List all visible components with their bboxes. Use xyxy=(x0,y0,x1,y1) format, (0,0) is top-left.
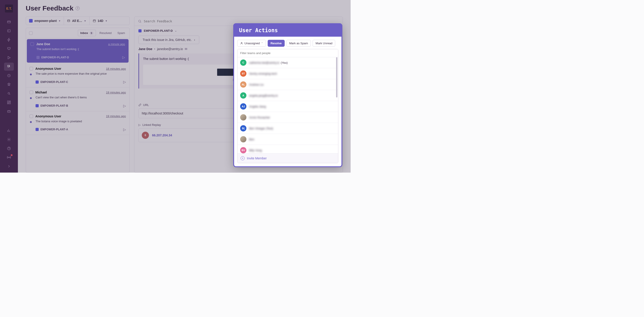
person-name: angela.jang@sentry.io xyxy=(249,94,278,97)
filter-range[interactable]: 14D ▼ xyxy=(90,17,111,25)
svg-rect-15 xyxy=(93,20,96,22)
nav-performance-icon[interactable] xyxy=(4,36,14,44)
scrollbar-thumb[interactable] xyxy=(336,57,338,98)
feedback-item[interactable]: Anonymous User 18 minutes ago The sale p… xyxy=(26,64,130,88)
person-name: Sentry-emerging-tech xyxy=(249,72,277,75)
left-panel: empower-plant ▼ All E… ▼ 14D ▼ Inb xyxy=(26,16,130,172)
sidebar-collapse-icon[interactable] xyxy=(4,162,14,170)
filter-project[interactable]: empower-plant ▼ xyxy=(26,17,64,25)
project-icon xyxy=(36,56,40,59)
nav-discover-icon[interactable] xyxy=(4,90,14,98)
search-input[interactable] xyxy=(144,20,339,23)
feedback-project: EMPOWER-PLANT-D xyxy=(41,56,69,59)
chevron-down-icon[interactable]: ⌄ xyxy=(175,30,177,32)
page-header: User Feedback ? xyxy=(18,0,350,14)
mark-unread-button[interactable]: Mark Unread xyxy=(312,40,335,47)
people-list[interactable]: Ccatherine.lee@sentry.io (You)STSentry-e… xyxy=(238,57,338,153)
assignee-dropdown: Ccatherine.lee@sentry.io (You)STSentry-e… xyxy=(237,49,338,163)
play-icon[interactable]: ▷ xyxy=(123,104,126,108)
nav-broadcast-icon[interactable] xyxy=(4,153,14,162)
invite-member-button[interactable]: + Invite Member xyxy=(238,153,338,163)
feedback-author: Michael xyxy=(35,90,47,94)
person-row[interactable]: BVBilly Vong xyxy=(238,145,338,153)
project-icon xyxy=(36,104,39,107)
person-name: Billy Vong xyxy=(249,149,262,152)
nav-feedback-icon[interactable] xyxy=(4,62,14,71)
select-all-checkbox[interactable] xyxy=(29,31,33,35)
nav-alerts-icon[interactable] xyxy=(4,80,14,88)
chevron-right-icon: › xyxy=(194,38,195,42)
filters-row: empower-plant ▼ All E… ▼ 14D ▼ xyxy=(26,16,130,25)
person-name: Angela Jiang xyxy=(249,105,266,108)
feedback-list: Jane Doe a minute ago The submit button … xyxy=(26,38,130,172)
person-name: catherine.lee@sentry.io xyxy=(249,61,280,64)
project-icon xyxy=(36,80,39,84)
svg-rect-9 xyxy=(8,103,8,104)
nav-help-icon[interactable] xyxy=(4,144,14,152)
mail-icon[interactable]: ✉ xyxy=(185,47,188,51)
tab-inbox-label: Inbox xyxy=(80,31,88,35)
help-icon[interactable]: ? xyxy=(76,6,80,10)
detail-user-email: janedoe@sentry.io xyxy=(157,47,183,51)
popup-title: User Actions xyxy=(234,24,342,37)
project-icon xyxy=(29,19,33,22)
person-row[interactable]: Ben xyxy=(238,134,338,145)
resolve-button[interactable]: Resolve xyxy=(268,40,285,47)
play-icon[interactable]: ▷ xyxy=(123,128,126,132)
tab-spam[interactable]: Spam xyxy=(115,30,127,36)
nav-profiling-icon[interactable] xyxy=(4,45,14,53)
popup-actions: Unassigned ⌃ Resolve Mark as Spam Mark U… xyxy=(234,37,342,49)
item-checkbox[interactable] xyxy=(30,42,34,46)
chevron-up-icon: ⌃ xyxy=(261,42,263,44)
unread-dot-icon xyxy=(30,121,32,123)
nav-projects-icon[interactable] xyxy=(4,18,14,26)
filter-people-input[interactable] xyxy=(238,49,338,57)
list-tabs: Inbox 9 Resolved Spam xyxy=(26,28,130,38)
feedback-item[interactable]: Anonymous User 19 minutes ago The botana… xyxy=(26,111,130,135)
item-checkbox[interactable] xyxy=(30,67,33,70)
item-checkbox[interactable] xyxy=(30,90,33,94)
svg-point-16 xyxy=(139,20,141,22)
nav-dashboards-icon[interactable] xyxy=(4,98,14,106)
feedback-item[interactable]: Jane Doe a minute ago The submit button … xyxy=(27,39,128,63)
tab-inbox[interactable]: Inbox 9 xyxy=(78,30,96,36)
tab-resolved[interactable]: Resolved xyxy=(97,30,114,36)
person-row[interactable]: ALAndrew Liu xyxy=(238,79,338,90)
avatar: AL xyxy=(240,81,246,88)
filter-env[interactable]: All E… ▼ xyxy=(64,17,90,25)
person-row[interactable]: Ccatherine.lee@sentry.io (You) xyxy=(238,57,338,68)
person-row[interactable]: Armin Ronacher xyxy=(238,112,338,123)
nav-settings-icon[interactable] xyxy=(4,136,14,144)
svg-point-18 xyxy=(241,42,242,43)
svg-rect-8 xyxy=(10,102,10,104)
nav-crons-icon[interactable] xyxy=(4,72,14,80)
person-name: Armin Ronacher xyxy=(249,116,270,119)
person-row[interactable]: STSentry-emerging-tech xyxy=(238,68,338,79)
svg-point-5 xyxy=(8,92,10,94)
inbox-count-badge: 9 xyxy=(90,32,94,35)
url-value: http://localhost:3000/checkout xyxy=(142,112,183,115)
project-icon xyxy=(138,29,142,32)
you-label: (You) xyxy=(281,61,288,64)
feedback-item[interactable]: Michael 19 minutes ago Can't view the ca… xyxy=(26,88,130,111)
item-checkbox[interactable] xyxy=(30,114,33,118)
person-row[interactable]: AJAngela Jiang xyxy=(238,101,338,112)
person-name: Ben xyxy=(249,138,254,141)
person-row[interactable]: B(Ben Vinegar (Test) xyxy=(238,123,338,134)
nav-issues-icon[interactable] xyxy=(4,27,14,35)
app-logo[interactable]: E.T. xyxy=(5,4,13,12)
track-label: Track this issue in Jira, GitHub, etc. xyxy=(143,38,192,42)
svg-rect-0 xyxy=(8,21,10,23)
nav-stats-icon[interactable] xyxy=(4,126,14,134)
replay-badge: 6 xyxy=(142,132,149,139)
nav-replays-icon[interactable] xyxy=(4,54,14,62)
mark-spam-button[interactable]: Mark as Spam xyxy=(286,40,311,47)
nav-releases-icon[interactable] xyxy=(4,107,14,115)
person-row[interactable]: Aangela.jang@sentry.io xyxy=(238,90,338,101)
unassigned-button[interactable]: Unassigned ⌃ xyxy=(237,40,266,47)
track-issue-button[interactable]: Track this issue in Jira, GitHub, etc. › xyxy=(138,36,199,44)
feedback-time: a minute ago xyxy=(108,42,125,46)
play-icon[interactable]: ▷ xyxy=(123,80,126,84)
play-icon[interactable]: ▷ xyxy=(122,55,125,60)
svg-rect-7 xyxy=(10,101,10,102)
